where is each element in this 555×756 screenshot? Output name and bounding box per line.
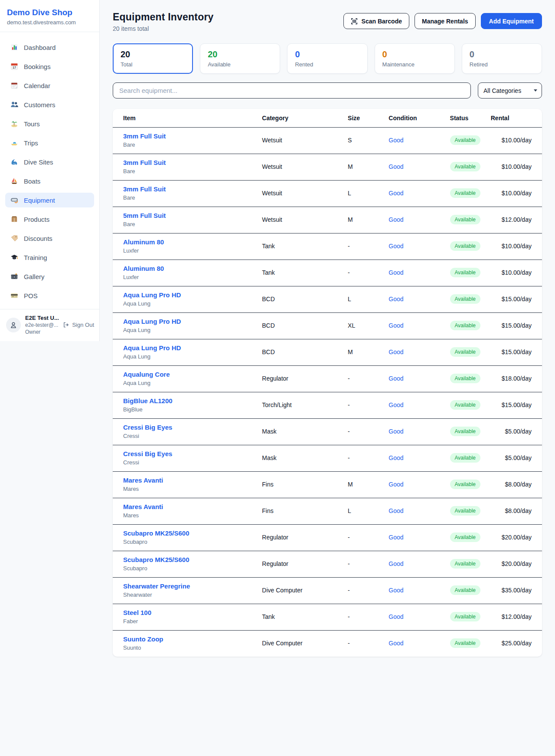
stat-card[interactable]: 20 Available (200, 43, 280, 74)
item-name-link[interactable]: Suunto Zoop (123, 635, 163, 643)
condition-link[interactable]: Good (388, 640, 403, 647)
item-cell: Aqua Lung Pro HD Aqua Lung (123, 344, 262, 360)
item-name-link[interactable]: BigBlue AL1200 (123, 397, 173, 404)
condition-link[interactable]: Good (388, 454, 403, 461)
item-name-link[interactable]: Shearwater Peregrine (123, 582, 190, 590)
sidebar-item[interactable]: 17 Bookings (5, 59, 94, 74)
condition-link[interactable]: Good (388, 613, 403, 620)
condition-link[interactable]: Good (388, 507, 403, 514)
size-cell: M (348, 163, 388, 170)
condition-link[interactable]: Good (388, 322, 403, 329)
item-name-link[interactable]: 5mm Full Suit (123, 212, 166, 219)
sidebar-item[interactable]: Tours (5, 116, 94, 131)
sidebar-item[interactable]: Discounts (5, 231, 94, 246)
stat-card[interactable]: 0 Rented (287, 43, 367, 74)
bar-chart-icon (10, 43, 18, 51)
item-name-link[interactable]: Aluminum 80 (123, 265, 164, 272)
item-name-link[interactable]: Steel 100 (123, 609, 151, 616)
condition-link[interactable]: Good (388, 375, 403, 382)
item-name-link[interactable]: Mares Avanti (123, 477, 163, 484)
sidebar-item[interactable]: Trips (5, 135, 94, 150)
condition-link[interactable]: Good (388, 348, 403, 355)
item-name-link[interactable]: Cressi Big Eyes (123, 450, 172, 457)
sidebar-item[interactable]: Boats (5, 174, 94, 188)
category-cell: BCD (262, 296, 348, 302)
condition-link[interactable]: Good (388, 269, 403, 276)
size-cell: M (348, 216, 388, 223)
size-cell: XL (348, 322, 388, 329)
category-cell: Wetsuit (262, 137, 348, 144)
condition-link[interactable]: Good (388, 401, 403, 408)
item-name-link[interactable]: Aqua Lung Pro HD (123, 318, 181, 325)
condition-link[interactable]: Good (388, 137, 403, 144)
item-cell: 3mm Full Suit Bare (123, 159, 262, 174)
sign-out-button[interactable]: Sign Out (63, 322, 94, 328)
item-brand: Bare (123, 221, 262, 227)
condition-link[interactable]: Good (388, 243, 403, 250)
condition-link[interactable]: Good (388, 428, 403, 435)
sidebar-item[interactable]: POS (5, 288, 94, 303)
item-name-link[interactable]: 3mm Full Suit (123, 159, 166, 166)
status-badge: Available (450, 612, 480, 621)
brand-domain: demo.test.divestreams.com (7, 19, 92, 26)
sidebar-item-label: Calendar (24, 82, 50, 89)
stat-card[interactable]: 0 Maintenance (375, 43, 455, 74)
size-cell: - (348, 534, 388, 541)
category-select[interactable]: All Categories (478, 82, 542, 99)
condition-link[interactable]: Good (388, 560, 403, 567)
condition-link[interactable]: Good (388, 534, 403, 541)
brand-name[interactable]: Demo Dive Shop (7, 8, 92, 17)
item-brand: Scubapro (123, 539, 262, 545)
sidebar-item[interactable]: Dive Sites (5, 154, 94, 169)
rental-cell: $12.00/day (491, 216, 532, 223)
condition-link[interactable]: Good (388, 190, 403, 197)
item-name-link[interactable]: Cressi Big Eyes (123, 424, 172, 431)
item-name-link[interactable]: Scubapro MK25/S600 (123, 556, 189, 563)
sidebar-item[interactable]: Customers (5, 97, 94, 112)
status-badge: Available (450, 268, 480, 277)
stat-card[interactable]: 0 Retired (462, 43, 542, 74)
search-input[interactable] (113, 82, 471, 99)
status-badge: Available (450, 585, 480, 595)
item-name-link[interactable]: 3mm Full Suit (123, 185, 166, 193)
table-row: Aqua Lung Pro HD Aqua Lung BCD M Good Av… (113, 339, 542, 365)
sidebar-item[interactable]: Dashboard (5, 40, 94, 55)
rental-cell: $15.00/day (491, 322, 532, 329)
add-equipment-button[interactable]: Add Equipment (481, 13, 542, 29)
item-name-link[interactable]: Scubapro MK25/S600 (123, 529, 189, 537)
sidebar-item[interactable]: Calendar (5, 78, 94, 93)
condition-link[interactable]: Good (388, 481, 403, 488)
condition-link[interactable]: Good (388, 216, 403, 223)
table-row: Cressi Big Eyes Cressi Mask - Good Avail… (113, 418, 542, 445)
item-name-link[interactable]: 3mm Full Suit (123, 132, 166, 140)
category-cell: Mask (262, 454, 348, 461)
item-name-link[interactable]: Aqualung Core (123, 371, 170, 378)
sign-out-icon (63, 322, 69, 328)
sidebar-item[interactable]: Gallery (5, 269, 94, 284)
rental-cell: $10.00/day (491, 243, 532, 250)
user-role: Owner (25, 329, 59, 335)
status-badge: Available (450, 427, 480, 436)
item-name-link[interactable]: Aqua Lung Pro HD (123, 344, 181, 352)
condition-link[interactable]: Good (388, 296, 403, 302)
category-cell: Tank (262, 243, 348, 250)
status-cell: Available (450, 241, 491, 251)
people-icon (10, 101, 18, 108)
condition-link[interactable]: Good (388, 163, 403, 170)
item-name-link[interactable]: Aluminum 80 (123, 238, 164, 246)
item-brand: Aqua Lung (123, 300, 262, 307)
table-row: Shearwater Peregrine Shearwater Dive Com… (113, 577, 542, 604)
sidebar-item[interactable]: Training (5, 250, 94, 265)
status-badge: Available (450, 215, 480, 224)
stats-cards: 20 Total 20 Available 0 Rented 0 Mainten… (113, 43, 542, 74)
stat-card[interactable]: 20 Total (113, 43, 193, 74)
item-name-link[interactable]: Aqua Lung Pro HD (123, 291, 181, 299)
sidebar-item[interactable]: Equipment (5, 193, 94, 207)
rental-cell: $20.00/day (491, 534, 532, 541)
sidebar-item[interactable]: Products (5, 212, 94, 227)
item-name-link[interactable]: Mares Avanti (123, 503, 163, 510)
manage-rentals-button[interactable]: Manage Rentals (415, 13, 476, 29)
size-cell: - (348, 401, 388, 408)
scan-barcode-button[interactable]: Scan Barcode (343, 13, 409, 29)
condition-link[interactable]: Good (388, 587, 403, 594)
